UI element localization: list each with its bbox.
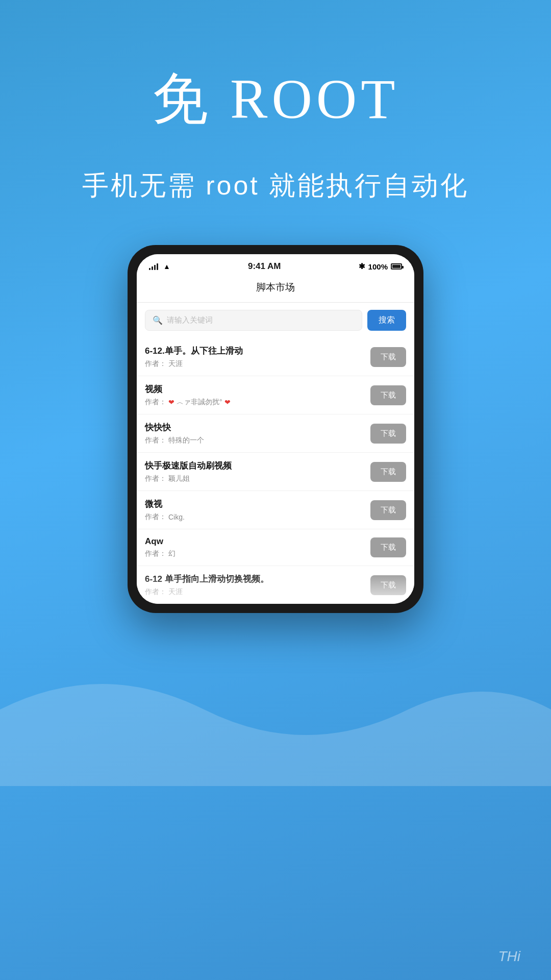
battery-icon — [391, 263, 402, 270]
phone-screen: ▲ 9:41 AM ✱ 100% 脚本市场 🔍 — [137, 254, 414, 604]
list-item-content: 快快快 作者： 特殊的一个 — [145, 422, 370, 445]
status-left: ▲ — [149, 262, 170, 271]
list-item-author: 作者： 颖儿姐 — [145, 474, 370, 483]
nav-bar: 脚本市场 — [137, 276, 414, 303]
list-item-title: 6-12.单手。从下往上滑动 — [145, 345, 370, 357]
heart-icon: ❤ — [168, 398, 174, 406]
list-item-author: 作者： ❤ ︿ァ非誠勿扰° ❤ — [145, 398, 370, 407]
list-item-content: 视频 作者： ❤ ︿ァ非誠勿扰° ❤ — [145, 383, 370, 407]
list-item-author: 作者： Cikg. — [145, 512, 370, 522]
list-item-author: 作者： 幻 — [145, 549, 370, 558]
signal-icon — [149, 263, 158, 270]
list-item-content: 6-12.单手。从下往上滑动 作者： 天涯 — [145, 345, 370, 369]
status-right: ✱ 100% — [359, 262, 402, 271]
download-button[interactable]: 下载 — [370, 347, 406, 367]
list-item-title: 视频 — [145, 383, 370, 395]
hero-section: 免 ROOT 手机无需 root 就能执行自动化 — [0, 0, 551, 204]
download-button[interactable]: 下载 — [370, 385, 406, 405]
list-item-author: 作者： 特殊的一个 — [145, 436, 370, 445]
list-item: 快手极速版自动刷视频 作者： 颖儿姐 下载 — [137, 453, 414, 491]
list-item-content: 微视 作者： Cikg. — [145, 498, 370, 522]
list-item: Aqw 作者： 幻 下载 — [137, 529, 414, 566]
hero-subtitle: 手机无需 root 就能执行自动化 — [0, 168, 551, 204]
list-item-title: Aqw — [145, 536, 370, 547]
list-item-author: 作者： 天涯 — [145, 359, 370, 369]
battery-percent: 100% — [368, 262, 388, 271]
phone-container: ▲ 9:41 AM ✱ 100% 脚本市场 🔍 — [128, 245, 423, 613]
download-button[interactable]: 下载 — [370, 462, 406, 482]
wifi-icon: ▲ — [163, 262, 170, 271]
search-input-wrapper[interactable]: 🔍 请输入关键词 — [145, 310, 362, 331]
list-item: 6-12.单手。从下往上滑动 作者： 天涯 下载 — [137, 338, 414, 376]
download-button[interactable]: 下载 — [370, 424, 406, 444]
list-item-content: 快手极速版自动刷视频 作者： 颖儿姐 — [145, 460, 370, 483]
list-item: 视频 作者： ❤ ︿ァ非誠勿扰° ❤ 下载 — [137, 376, 414, 414]
bottom-fade — [137, 573, 414, 604]
list-item: 微视 作者： Cikg. 下载 — [137, 491, 414, 529]
bg-wave-decoration — [0, 633, 551, 786]
download-button[interactable]: 下载 — [370, 537, 406, 557]
list-item-title: 快快快 — [145, 422, 370, 433]
heart-icon-2: ❤ — [224, 398, 231, 406]
search-section: 🔍 请输入关键词 搜索 — [137, 303, 414, 338]
bluetooth-icon: ✱ — [359, 262, 365, 271]
search-placeholder: 请输入关键词 — [167, 315, 213, 325]
search-icon: 🔍 — [153, 315, 163, 325]
hero-title: 免 ROOT — [0, 61, 551, 137]
list-item: 快快快 作者： 特殊的一个 下载 — [137, 414, 414, 453]
list-container: 6-12.单手。从下往上滑动 作者： 天涯 下载 视频 作者： ❤ — [137, 338, 414, 604]
phone-frame: ▲ 9:41 AM ✱ 100% 脚本市场 🔍 — [128, 245, 423, 613]
nav-title: 脚本市场 — [256, 282, 295, 292]
status-bar: ▲ 9:41 AM ✱ 100% — [137, 254, 414, 276]
download-button[interactable]: 下载 — [370, 500, 406, 520]
list-item-title: 快手极速版自动刷视频 — [145, 460, 370, 472]
list-item-content: Aqw 作者： 幻 — [145, 536, 370, 558]
status-time: 9:41 AM — [248, 261, 281, 272]
bottom-label: THi — [498, 948, 520, 965]
search-button[interactable]: 搜索 — [367, 310, 406, 331]
list-item-title: 微视 — [145, 498, 370, 510]
